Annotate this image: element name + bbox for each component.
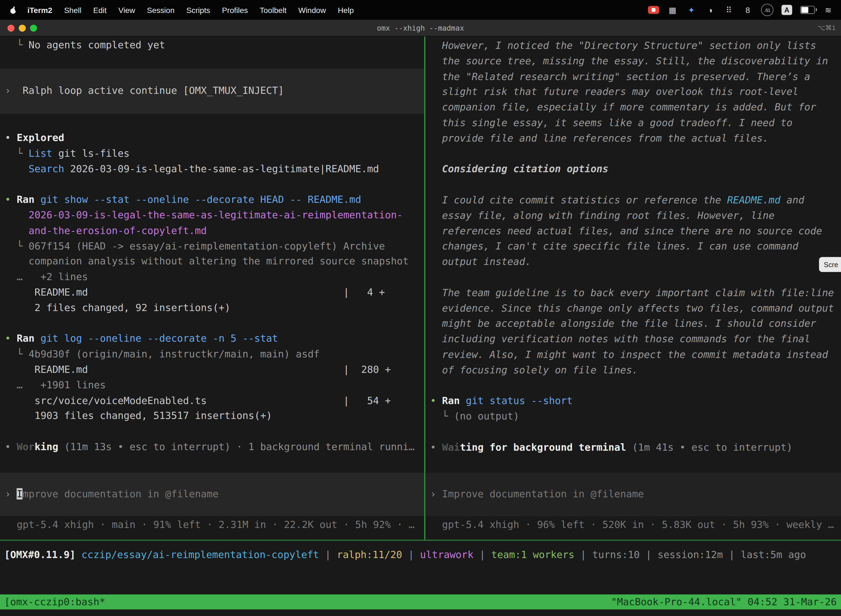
text-segment: mprove documentation in @filename [23,488,218,500]
menu-help[interactable]: Help [332,6,360,14]
terminal-line: › Ralph loop active continue [OMX_TMUX_I… [5,83,424,98]
model-status-left: gpt-5.4 xhigh · main · 91% left · 2.31M … [5,517,424,532]
menu-iterm2[interactable]: iTerm2 [22,6,58,14]
pane-bottom-border [0,540,841,541]
text-segment: | [319,549,337,560]
text-segment: ralph:11/20 [337,549,402,560]
terminal-line: companion file, especially if more comme… [430,100,841,115]
apple-menu-icon[interactable] [7,4,19,16]
terminal-line: • Ran git log --oneline --decorate -n 5 … [5,331,424,347]
prompt-input-left[interactable]: › Improve documentation in @filename [0,473,424,516]
terminal-line: However, I noticed the "Directory Struct… [430,38,841,54]
terminal-line: gpt-5.4 xhigh · main · 91% left · 2.31M … [5,517,424,532]
terminal-line: • Waiting for background terminal (1m 41… [430,440,841,455]
battery-icon[interactable] [800,6,815,14]
window-grid-icon[interactable]: ▦ [667,4,678,16]
prompt-input-right[interactable]: › Improve documentation in @filename [425,473,841,516]
menu-edit[interactable]: Edit [87,6,112,14]
terminal-line [430,146,841,162]
terminal-line: └ No agents completed yet [5,38,424,53]
notification-popup[interactable]: Scre [819,257,841,272]
text-segment: Considering citation options [430,163,608,175]
text-segment: Ran [17,333,35,344]
text-segment: The team guideline is to back every impo… [430,287,834,298]
text-segment: provide file and line references from th… [430,132,769,144]
blue-app-icon[interactable]: ✦ [686,4,697,16]
tmux-pane-left[interactable]: └ No agents completed yet › Ralph loop a… [0,37,424,540]
menu-bar-left: iTerm2ShellEditViewSessionScriptsProfile… [0,4,360,16]
text-segment: king [35,441,58,452]
text-segment: [OMX#0.11.9] [4,549,82,560]
terminal-line: the "Related research writing" section i… [430,69,841,84]
terminal-line [430,270,841,285]
input-source-icon[interactable]: A [781,5,792,15]
text-segment: (11m 13s • esc to interrupt) · 1 backgro… [58,441,415,452]
battery-percent-badge[interactable]: .61 [761,4,774,16]
terminal-line: essay file, along with finding root file… [430,208,841,224]
terminal-line: provide file and line references from th… [430,131,841,146]
terminal-line: › Improve documentation in @filename [430,487,841,502]
terminal-line: references need actual files, and since … [430,224,841,239]
menu-items: iTerm2ShellEditViewSessionScriptsProfile… [22,6,360,14]
text-segment: └ [5,147,28,159]
text-segment: Improve documentation in @filename [442,488,644,500]
text-segment: • [430,441,442,453]
text-segment: └ (no output) [430,411,519,422]
terminal-line: … +1901 lines [5,378,424,393]
notification-popup-text: Scre [824,261,838,268]
tmux-pane-right[interactable]: However, I noticed the "Directory Struct… [425,37,841,540]
text-segment: including verification notes with those … [430,333,810,345]
text-segment: changes, I can't cite specific file line… [430,241,798,252]
dark-app-icon[interactable]: ◑ [705,4,715,16]
terminal-line: 1903 files changed, 513517 insertions(+) [5,408,424,424]
terminal-line [430,378,841,393]
text-segment: git log --oneline --decorate -n 5 --stat [35,333,278,344]
text-segment: └ 4b9d30f (origin/main, instructkr/main,… [5,348,319,359]
terminal-line: including verification notes with those … [430,332,841,347]
text-segment: and-the-erosion-of-copyleft.md [5,224,207,236]
figure-8-icon[interactable]: 8 [742,4,753,16]
menu-profiles[interactable]: Profiles [216,6,254,14]
text-segment: team:1 workers [491,549,574,560]
text-segment: However, I noticed the "Directory Struct… [430,40,816,51]
tmux-status-bar: [omx-cczip0:bash* "MacBook-Pro-44.local"… [0,594,841,609]
menu-window[interactable]: Window [293,6,332,14]
text-segment: └ [5,39,28,50]
text-segment: git ls-files [53,147,130,159]
terminal-line: of focusing solely on file lines. [430,363,841,378]
terminal-line: the source tree, missing the essay. Stil… [430,54,841,69]
text-segment: Search [5,163,64,174]
wifi-icon[interactable]: ≋ [823,4,834,16]
text-segment: Ralph loop active continue [OMX_TMUX_INJ… [23,85,284,96]
text-segment: README.md | 280 + [5,364,391,375]
terminal-line: • Explored [5,130,424,146]
menu-scripts[interactable]: Scripts [180,6,216,14]
menu-shell[interactable]: Shell [58,6,87,14]
terminal-line: and-the-erosion-of-copyleft.md [5,223,424,238]
menu-session[interactable]: Session [141,6,180,14]
text-segment: • [5,132,16,143]
terminal-line: might be acceptable alongside the file l… [430,316,841,332]
menu-toolbelt[interactable]: Toolbelt [254,6,293,14]
text-segment: essay file, along with finding root file… [430,210,775,221]
text-segment: might be acceptable alongside the file l… [430,318,816,329]
text-segment: src/voice/voiceModeEnabled.ts | 54 + [5,395,391,406]
text-segment: gpt-5.4 xhigh · 96% left · 520K in · 5.8… [430,519,834,530]
screen-recording-indicator[interactable] [648,6,659,14]
text-segment: 2 files changed, 92 insertions(+) [5,302,230,313]
text-segment: and [781,194,804,205]
text-segment: | [473,549,491,560]
terminal-line: output instead. [430,254,841,270]
dots-grid-icon[interactable]: ⠿ [724,4,734,16]
terminal-line: slight risk that future readers may over… [430,84,841,100]
text-segment: evidence. Since this change only affects… [430,302,834,314]
text-segment: references need actual files, and since … [430,225,822,236]
agent-log-left: • Explored └ List git ls-files Search 20… [5,130,424,455]
text-segment: • [5,441,16,452]
prompt-input-left-line: › Improve documentation in @filename [5,487,424,502]
text-segment: … +2 lines [5,271,88,282]
agent-summary-lines: └ No agents completed yet [5,38,424,53]
menu-view[interactable]: View [113,6,141,14]
text-segment: List [29,147,53,159]
text-segment: slight risk that future readers may over… [430,86,798,97]
